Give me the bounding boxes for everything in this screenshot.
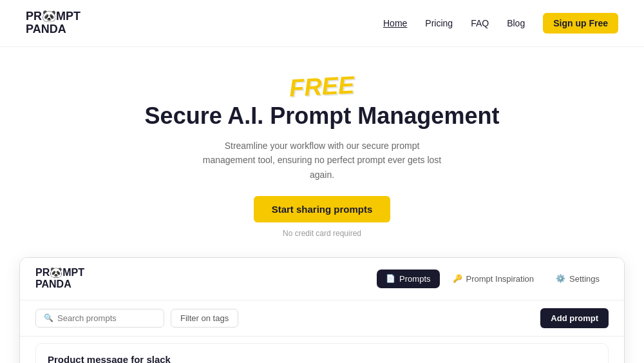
prompts-icon: 📄	[386, 274, 395, 283]
app-mockup: PR🐼MPT PANDA 📄 Prompts 🔑 Prompt Inspirat…	[19, 257, 625, 363]
nav-blog[interactable]: Blog	[507, 18, 525, 28]
tab-prompts-label: Prompts	[399, 274, 430, 284]
hero-subtitle: Streamline your workflow with our secure…	[200, 139, 444, 182]
tab-inspiration-label: Prompt Inspiration	[466, 274, 535, 284]
mockup-logo: PR🐼MPT PANDA	[35, 267, 84, 291]
logo-line2: PANDA	[26, 23, 80, 36]
add-prompt-button[interactable]: Add prompt	[540, 308, 609, 328]
logo-line1: PR🐼MPT	[26, 10, 80, 23]
hero-title: Secure A.I. Prompt Management	[13, 102, 631, 130]
nav-home[interactable]: Home	[383, 18, 407, 28]
cards-area: Product message for slack Generate a bet…	[20, 337, 624, 363]
settings-icon: ⚙️	[556, 274, 565, 283]
tab-settings[interactable]: ⚙️ Settings	[547, 270, 609, 288]
hero-section: FREE Secure A.I. Prompt Management Strea…	[0, 47, 644, 257]
tab-settings-label: Settings	[569, 274, 600, 284]
search-wrap: 🔍	[35, 309, 164, 328]
prompt-card-1: Product message for slack Generate a bet…	[35, 343, 609, 363]
logo: PR🐼MPT PANDA	[26, 10, 80, 36]
filter-tags-button[interactable]: Filter on tags	[171, 309, 238, 328]
search-icon: 🔍	[44, 313, 53, 322]
no-credit-card-notice: No credit card required	[13, 229, 631, 238]
tab-prompt-inspiration[interactable]: 🔑 Prompt Inspiration	[444, 270, 544, 288]
search-input[interactable]	[57, 313, 156, 323]
mockup-header: PR🐼MPT PANDA 📄 Prompts 🔑 Prompt Inspirat…	[20, 258, 624, 300]
mockup-tabs: 📄 Prompts 🔑 Prompt Inspiration ⚙️ Settin…	[377, 270, 609, 288]
start-sharing-button[interactable]: Start sharing prompts	[254, 196, 391, 222]
nav-links: Home Pricing FAQ Blog Sign up Free	[383, 13, 618, 34]
nav-pricing[interactable]: Pricing	[425, 18, 453, 28]
navbar: PR🐼MPT PANDA Home Pricing FAQ Blog Sign …	[0, 0, 644, 47]
inspiration-icon: 🔑	[453, 274, 462, 283]
tab-prompts[interactable]: 📄 Prompts	[377, 270, 439, 288]
free-badge: FREE	[289, 71, 355, 102]
mockup-toolbar: 🔍 Filter on tags Add prompt	[20, 300, 624, 337]
card-title-1: Product message for slack	[48, 354, 596, 363]
nav-faq[interactable]: FAQ	[471, 18, 489, 28]
signup-button[interactable]: Sign up Free	[543, 13, 618, 34]
